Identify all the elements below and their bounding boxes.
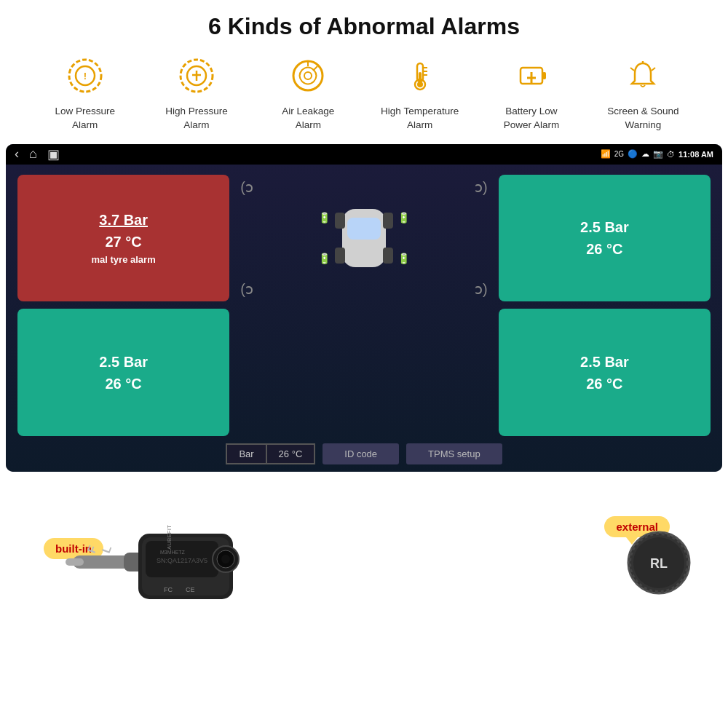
alarm-item-battery-low: Battery LowPower Alarm bbox=[480, 58, 582, 132]
svg-text:!: ! bbox=[83, 71, 86, 82]
tpms-setup-button[interactable]: TPMS setup bbox=[406, 443, 502, 464]
external-sensor-image: RL bbox=[626, 530, 692, 596]
builtin-sensor-image: SN:QA1217A3V5 FC CE AUBEFIT M3MHETZ F L bbox=[58, 490, 248, 603]
air-leak-icon bbox=[290, 58, 326, 99]
nav-back-icon[interactable]: ‹ bbox=[15, 146, 19, 162]
wifi-icon: 📶 bbox=[601, 149, 611, 159]
tire-fr-box: 2.5 Bar 26 °C bbox=[499, 175, 711, 302]
tire-rr-box: 2.5 Bar 26 °C bbox=[499, 309, 711, 436]
bat-rl-icon: 🔋 bbox=[318, 253, 331, 264]
alarm-icons-row: ! Low PressureAlarm High PressureAlarm bbox=[0, 50, 728, 144]
svg-text:SN:QA1217A3V5: SN:QA1217A3V5 bbox=[157, 557, 207, 564]
svg-text:M3MHETZ: M3MHETZ bbox=[160, 550, 186, 555]
signal-label: 2G bbox=[614, 150, 624, 158]
tire-fl-temp: 27 °C bbox=[106, 231, 142, 253]
low-pressure-label: Low PressureAlarm bbox=[55, 105, 115, 132]
tire-low-icon: ! bbox=[67, 58, 103, 99]
air-leakage-label: Air LeakageAlarm bbox=[282, 105, 334, 132]
car-top-view bbox=[331, 202, 397, 274]
temperature-icon bbox=[402, 58, 438, 99]
current-reading: Bar 26 °C bbox=[226, 443, 315, 464]
tire-fl-pressure: 3.7 Bar bbox=[99, 209, 148, 231]
alarm-item-air-leakage: Air LeakageAlarm bbox=[257, 58, 359, 132]
tpms-screen-content: 3.7 Bar 27 °C mal tyre alarm (ↄ ↄ) bbox=[6, 165, 722, 472]
nav-controls: ‹ ⌂ ▣ bbox=[15, 146, 60, 162]
svg-text:L: L bbox=[100, 544, 114, 555]
high-pressure-label: High PressureAlarm bbox=[165, 105, 228, 132]
external-sensor-svg: RL bbox=[626, 530, 692, 596]
screen-sound-label: Screen & SoundWarning bbox=[607, 105, 678, 132]
id-code-button[interactable]: ID code bbox=[323, 443, 399, 464]
bat-fl-icon: 🔋 bbox=[318, 212, 331, 224]
nav-apps-icon[interactable]: ▣ bbox=[47, 146, 60, 162]
cloud-icon: ☁ bbox=[641, 149, 649, 159]
tire-pressure-grid: 3.7 Bar 27 °C mal tyre alarm (ↄ ↄ) bbox=[17, 175, 711, 436]
svg-point-8 bbox=[304, 72, 312, 79]
svg-text:F: F bbox=[85, 544, 99, 555]
signal-fr-icon: ↄ) bbox=[475, 178, 488, 196]
svg-rect-34 bbox=[66, 558, 84, 566]
status-indicators: 📶 2G 🔵 ☁ 📷 ⏱ 11:08 AM bbox=[601, 149, 713, 159]
signal-rl-icon: (ↄ bbox=[240, 280, 253, 298]
page-title: 6 Kinds of Abnormal Alarms bbox=[0, 13, 728, 40]
center-bottom bbox=[237, 309, 491, 436]
alarm-item-screen-sound: Screen & SoundWarning bbox=[592, 58, 694, 132]
signal-rr-icon: ↄ) bbox=[475, 280, 488, 298]
svg-text:CE: CE bbox=[186, 586, 195, 593]
tire-fl-alarm: mal tyre alarm bbox=[92, 253, 156, 267]
sensors-section: built-in SN:QA1217A3V5 FC CE AUBEFIT M3M… bbox=[0, 472, 728, 603]
svg-point-44 bbox=[221, 555, 230, 563]
tire-rr-pressure: 2.5 Bar bbox=[580, 351, 629, 373]
tire-fr-temp: 26 °C bbox=[586, 238, 622, 260]
tire-rl-pressure: 2.5 Bar bbox=[99, 351, 148, 373]
time-display: 11:08 AM bbox=[678, 150, 713, 159]
tire-rl-box: 2.5 Bar 26 °C bbox=[17, 309, 229, 436]
bottom-controls: Bar 26 °C ID code TPMS setup bbox=[17, 443, 711, 464]
tire-fl-box: 3.7 Bar 27 °C mal tyre alarm bbox=[17, 175, 229, 302]
svg-rect-31 bbox=[335, 248, 345, 264]
device-screen: ‹ ⌂ ▣ 📶 2G 🔵 ☁ 📷 ⏱ 11:08 AM 3.7 Bar 27 °… bbox=[6, 144, 722, 472]
tire-fr-pressure: 2.5 Bar bbox=[580, 216, 629, 238]
svg-line-25 bbox=[652, 68, 655, 71]
builtin-sensor-svg: SN:QA1217A3V5 FC CE AUBEFIT M3MHETZ F L bbox=[58, 490, 248, 603]
status-bar: ‹ ⌂ ▣ 📶 2G 🔵 ☁ 📷 ⏱ 11:08 AM bbox=[6, 144, 722, 165]
svg-text:FC: FC bbox=[164, 586, 173, 593]
signal-fl-icon: (ↄ bbox=[240, 178, 253, 196]
tire-high-icon bbox=[178, 58, 215, 99]
svg-text:RL: RL bbox=[650, 556, 668, 571]
svg-line-24 bbox=[630, 68, 634, 71]
alert-bell-icon bbox=[625, 58, 661, 99]
svg-line-10 bbox=[313, 66, 317, 71]
alarm-item-high-temp: High TemperatureAlarm bbox=[369, 58, 471, 132]
bat-fr-icon: 🔋 bbox=[397, 212, 410, 224]
svg-rect-32 bbox=[383, 248, 393, 264]
svg-point-14 bbox=[417, 82, 423, 87]
reading-temp: 26 °C bbox=[266, 444, 315, 464]
svg-rect-19 bbox=[542, 72, 546, 79]
center-top: (ↄ ↄ) 🔋 bbox=[237, 175, 491, 302]
nav-home-icon[interactable]: ⌂ bbox=[29, 146, 37, 162]
clock-icon: ⏱ bbox=[667, 150, 675, 159]
battery-low-icon bbox=[513, 58, 550, 99]
alarm-item-high-pressure: High PressureAlarm bbox=[146, 58, 248, 132]
alarm-item-low-pressure: ! Low PressureAlarm bbox=[34, 58, 136, 132]
high-temp-label: High TemperatureAlarm bbox=[381, 105, 459, 132]
camera-icon: 📷 bbox=[653, 149, 663, 159]
tire-rr-temp: 26 °C bbox=[586, 373, 622, 395]
bluetooth-icon: 🔵 bbox=[628, 149, 638, 159]
bat-rr-icon: 🔋 bbox=[397, 253, 410, 264]
tire-rl-temp: 26 °C bbox=[106, 373, 142, 395]
svg-rect-29 bbox=[335, 213, 345, 229]
battery-low-label: Battery LowPower Alarm bbox=[504, 105, 560, 132]
svg-rect-28 bbox=[347, 218, 381, 240]
reading-pressure: Bar bbox=[226, 444, 266, 464]
page-header: 6 Kinds of Abnormal Alarms bbox=[0, 0, 728, 50]
svg-text:AUBEFIT: AUBEFIT bbox=[166, 525, 173, 550]
svg-rect-30 bbox=[383, 213, 393, 229]
